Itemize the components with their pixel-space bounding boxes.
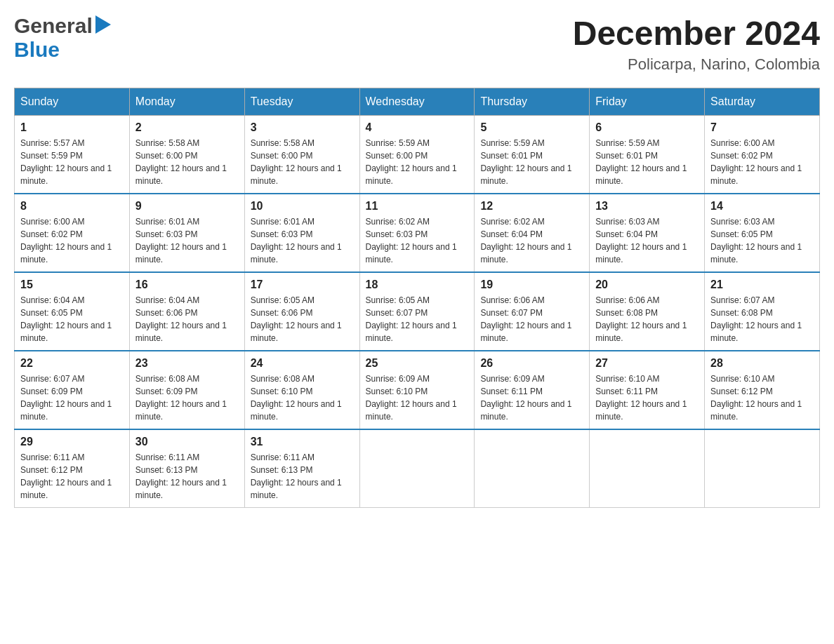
day-number: 24 (251, 357, 354, 370)
day-number: 1 (20, 121, 124, 134)
month-year-title: December 2024 (573, 14, 820, 53)
table-row: 21 Sunrise: 6:07 AM Sunset: 6:08 PM Dayl… (705, 272, 820, 351)
table-row: 6 Sunrise: 5:59 AM Sunset: 6:01 PM Dayli… (590, 116, 705, 194)
logo-arrow-icon (95, 15, 111, 36)
day-number: 4 (366, 121, 469, 134)
day-info: Sunrise: 5:59 AM Sunset: 6:01 PM Dayligh… (595, 137, 699, 187)
day-info: Sunrise: 6:06 AM Sunset: 6:07 PM Dayligh… (480, 294, 583, 344)
day-info: Sunrise: 5:59 AM Sunset: 6:00 PM Dayligh… (366, 137, 469, 187)
day-info: Sunrise: 5:58 AM Sunset: 6:00 PM Dayligh… (135, 137, 239, 187)
logo-blue-text: Blue (14, 38, 60, 62)
calendar-week-row: 29 Sunrise: 6:11 AM Sunset: 6:12 PM Dayl… (15, 429, 820, 508)
table-row: 23 Sunrise: 6:08 AM Sunset: 6:09 PM Dayl… (129, 351, 244, 429)
page-header: General Blue December 2024 Policarpa, Na… (14, 14, 820, 74)
day-info: Sunrise: 6:05 AM Sunset: 6:06 PM Dayligh… (251, 294, 354, 344)
table-row: 13 Sunrise: 6:03 AM Sunset: 6:04 PM Dayl… (590, 194, 705, 272)
calendar-week-row: 15 Sunrise: 6:04 AM Sunset: 6:05 PM Dayl… (15, 272, 820, 351)
table-row: 12 Sunrise: 6:02 AM Sunset: 6:04 PM Dayl… (475, 194, 590, 272)
day-info: Sunrise: 6:04 AM Sunset: 6:06 PM Dayligh… (135, 294, 239, 344)
day-info: Sunrise: 6:02 AM Sunset: 6:04 PM Dayligh… (480, 215, 583, 266)
calendar-week-row: 22 Sunrise: 6:07 AM Sunset: 6:09 PM Dayl… (15, 351, 820, 429)
table-row: 31 Sunrise: 6:11 AM Sunset: 6:13 PM Dayl… (244, 429, 359, 508)
table-row: 24 Sunrise: 6:08 AM Sunset: 6:10 PM Dayl… (244, 351, 359, 429)
day-number: 28 (710, 357, 814, 370)
table-row: 27 Sunrise: 6:10 AM Sunset: 6:11 PM Dayl… (590, 351, 705, 429)
svg-marker-0 (95, 15, 111, 34)
table-row: 14 Sunrise: 6:03 AM Sunset: 6:05 PM Dayl… (705, 194, 820, 272)
table-row: 25 Sunrise: 6:09 AM Sunset: 6:10 PM Dayl… (359, 351, 475, 429)
day-info: Sunrise: 5:58 AM Sunset: 6:00 PM Dayligh… (251, 137, 354, 187)
day-number: 17 (251, 279, 354, 291)
day-info: Sunrise: 6:08 AM Sunset: 6:10 PM Dayligh… (251, 373, 354, 423)
calendar-table: Sunday Monday Tuesday Wednesday Thursday… (14, 88, 820, 508)
day-info: Sunrise: 6:09 AM Sunset: 6:11 PM Dayligh… (480, 373, 583, 423)
day-number: 26 (480, 357, 583, 370)
day-info: Sunrise: 5:57 AM Sunset: 5:59 PM Dayligh… (20, 137, 124, 187)
day-number: 7 (710, 121, 814, 134)
day-number: 18 (366, 279, 469, 291)
day-number: 10 (251, 200, 354, 213)
header-wednesday: Wednesday (359, 88, 475, 116)
day-headers-row: Sunday Monday Tuesday Wednesday Thursday… (15, 88, 820, 116)
table-row: 22 Sunrise: 6:07 AM Sunset: 6:09 PM Dayl… (15, 351, 130, 429)
table-row: 18 Sunrise: 6:05 AM Sunset: 6:07 PM Dayl… (359, 272, 475, 351)
table-row (705, 429, 820, 508)
table-row: 29 Sunrise: 6:11 AM Sunset: 6:12 PM Dayl… (15, 429, 130, 508)
title-section: December 2024 Policarpa, Narino, Colombi… (573, 14, 820, 74)
day-number: 23 (135, 357, 239, 370)
table-row: 1 Sunrise: 5:57 AM Sunset: 5:59 PM Dayli… (15, 116, 130, 194)
header-monday: Monday (129, 88, 244, 116)
header-tuesday: Tuesday (244, 88, 359, 116)
day-number: 9 (135, 200, 239, 213)
table-row (590, 429, 705, 508)
day-info: Sunrise: 6:11 AM Sunset: 6:12 PM Dayligh… (20, 451, 124, 502)
table-row: 8 Sunrise: 6:00 AM Sunset: 6:02 PM Dayli… (15, 194, 130, 272)
day-number: 30 (135, 436, 239, 448)
day-info: Sunrise: 6:00 AM Sunset: 6:02 PM Dayligh… (710, 137, 814, 187)
calendar-week-row: 8 Sunrise: 6:00 AM Sunset: 6:02 PM Dayli… (15, 194, 820, 272)
day-number: 5 (480, 121, 583, 134)
day-info: Sunrise: 6:02 AM Sunset: 6:03 PM Dayligh… (366, 215, 469, 266)
calendar-week-row: 1 Sunrise: 5:57 AM Sunset: 5:59 PM Dayli… (15, 116, 820, 194)
day-info: Sunrise: 6:03 AM Sunset: 6:04 PM Dayligh… (595, 215, 699, 266)
logo-general-text: General (14, 14, 93, 38)
logo: General Blue (14, 14, 111, 62)
day-number: 27 (595, 357, 699, 370)
day-info: Sunrise: 6:08 AM Sunset: 6:09 PM Dayligh… (135, 373, 239, 423)
header-sunday: Sunday (15, 88, 130, 116)
table-row: 5 Sunrise: 5:59 AM Sunset: 6:01 PM Dayli… (475, 116, 590, 194)
day-info: Sunrise: 6:01 AM Sunset: 6:03 PM Dayligh… (251, 215, 354, 266)
day-number: 2 (135, 121, 239, 134)
day-number: 16 (135, 279, 239, 291)
table-row: 9 Sunrise: 6:01 AM Sunset: 6:03 PM Dayli… (129, 194, 244, 272)
table-row: 17 Sunrise: 6:05 AM Sunset: 6:06 PM Dayl… (244, 272, 359, 351)
day-number: 31 (251, 436, 354, 448)
day-info: Sunrise: 6:00 AM Sunset: 6:02 PM Dayligh… (20, 215, 124, 266)
header-friday: Friday (590, 88, 705, 116)
table-row: 7 Sunrise: 6:00 AM Sunset: 6:02 PM Dayli… (705, 116, 820, 194)
table-row: 10 Sunrise: 6:01 AM Sunset: 6:03 PM Dayl… (244, 194, 359, 272)
table-row: 16 Sunrise: 6:04 AM Sunset: 6:06 PM Dayl… (129, 272, 244, 351)
day-info: Sunrise: 6:01 AM Sunset: 6:03 PM Dayligh… (135, 215, 239, 266)
day-info: Sunrise: 6:03 AM Sunset: 6:05 PM Dayligh… (710, 215, 814, 266)
day-info: Sunrise: 6:06 AM Sunset: 6:08 PM Dayligh… (595, 294, 699, 344)
day-info: Sunrise: 6:07 AM Sunset: 6:08 PM Dayligh… (710, 294, 814, 344)
header-thursday: Thursday (475, 88, 590, 116)
header-saturday: Saturday (705, 88, 820, 116)
day-info: Sunrise: 6:11 AM Sunset: 6:13 PM Dayligh… (251, 451, 354, 502)
table-row: 26 Sunrise: 6:09 AM Sunset: 6:11 PM Dayl… (475, 351, 590, 429)
table-row: 28 Sunrise: 6:10 AM Sunset: 6:12 PM Dayl… (705, 351, 820, 429)
day-info: Sunrise: 6:10 AM Sunset: 6:12 PM Dayligh… (710, 373, 814, 423)
day-number: 21 (710, 279, 814, 291)
day-number: 13 (595, 200, 699, 213)
day-number: 8 (20, 200, 124, 213)
table-row (359, 429, 475, 508)
table-row: 19 Sunrise: 6:06 AM Sunset: 6:07 PM Dayl… (475, 272, 590, 351)
day-number: 14 (710, 200, 814, 213)
table-row: 3 Sunrise: 5:58 AM Sunset: 6:00 PM Dayli… (244, 116, 359, 194)
day-info: Sunrise: 6:09 AM Sunset: 6:10 PM Dayligh… (366, 373, 469, 423)
table-row: 30 Sunrise: 6:11 AM Sunset: 6:13 PM Dayl… (129, 429, 244, 508)
day-number: 29 (20, 436, 124, 448)
day-number: 6 (595, 121, 699, 134)
table-row: 11 Sunrise: 6:02 AM Sunset: 6:03 PM Dayl… (359, 194, 475, 272)
